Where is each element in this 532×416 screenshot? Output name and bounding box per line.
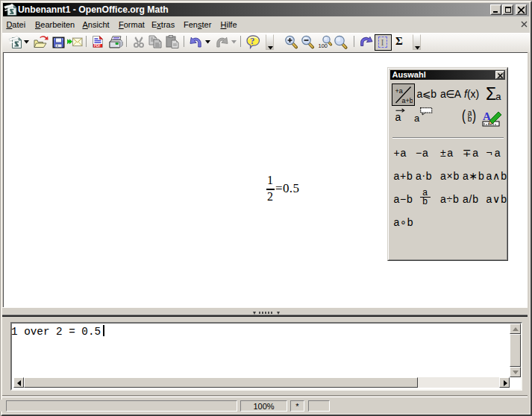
svg-text:100: 100 <box>319 42 328 49</box>
svg-text:a+b: a+b <box>402 96 413 104</box>
svg-text:+a: +a <box>395 87 403 95</box>
svg-text:PDF: PDF <box>94 44 101 48</box>
svg-text:?: ? <box>250 36 254 46</box>
